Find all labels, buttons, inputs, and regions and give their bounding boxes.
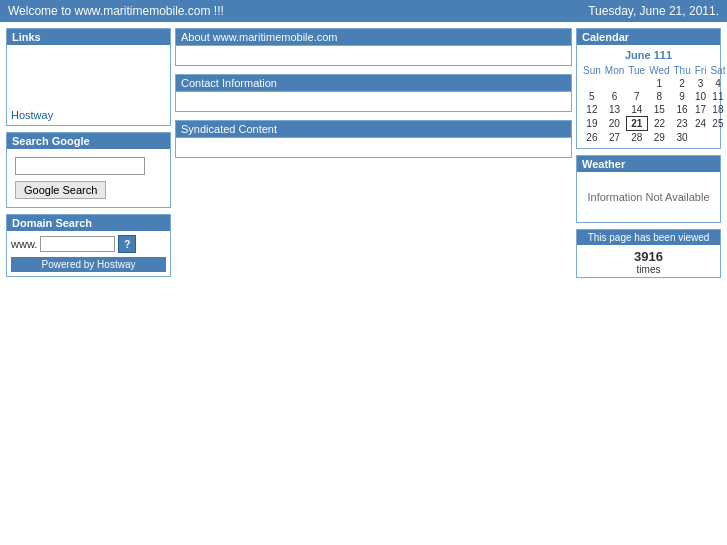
weather-header: Weather (577, 156, 720, 172)
calendar-day-cell: 29 (647, 131, 671, 145)
weather-content: Information Not Available (587, 191, 709, 203)
contact-content (175, 92, 572, 112)
right-column: Calendar June 111 SunMonTueWedThuFriSat … (576, 28, 721, 278)
calendar-day-cell (581, 77, 603, 90)
calendar-day-cell: 11 (708, 90, 727, 103)
syndicated-header: Syndicated Content (175, 120, 572, 138)
domain-panel-body: www. ? Powered by Hostway (7, 231, 170, 276)
calendar-day-cell: 23 (672, 117, 693, 131)
main-layout: Links Hostway Search Google Google Searc… (0, 22, 727, 284)
search-google-panel: Search Google Google Search (6, 132, 171, 208)
calendar-day-cell: 25 (708, 117, 727, 131)
calendar-header-row: SunMonTueWedThuFriSat (581, 64, 727, 77)
calendar-day-cell (708, 131, 727, 145)
pageviews-count: 3916 (579, 249, 718, 264)
www-label: www. (11, 238, 37, 250)
domain-search-panel: Domain Search www. ? Powered by Hostway (6, 214, 171, 277)
calendar-day-header: Sat (708, 64, 727, 77)
welcome-text: Welcome to www.maritimemobile.com !!! (8, 4, 224, 18)
calendar-day-cell: 24 (693, 117, 709, 131)
domain-panel-header: Domain Search (7, 215, 170, 231)
calendar-body: June 111 SunMonTueWedThuFriSat 123456789… (577, 45, 720, 148)
calendar-day-cell: 13 (603, 103, 626, 117)
calendar-day-cell: 17 (693, 103, 709, 117)
about-content (175, 46, 572, 66)
pageviews-panel: This page has been viewed 3916 times (576, 229, 721, 278)
contact-header: Contact Information (175, 74, 572, 92)
calendar-day-cell: 26 (581, 131, 603, 145)
links-panel: Links Hostway (6, 28, 171, 126)
pageviews-body: 3916 times (577, 245, 720, 277)
domain-input-row: www. ? (11, 235, 166, 253)
calendar-day-cell: 18 (708, 103, 727, 117)
calendar-day-cell: 6 (603, 90, 626, 103)
weather-body: Information Not Available (577, 172, 720, 222)
calendar-week-row: 567891011 (581, 90, 727, 103)
contact-section: Contact Information (175, 74, 572, 112)
calendar-day-header: Sun (581, 64, 603, 77)
calendar-body-rows: 1234567891011121314151617181920212223242… (581, 77, 727, 144)
calendar-day-cell: 10 (693, 90, 709, 103)
calendar-day-header: Fri (693, 64, 709, 77)
page-header: Welcome to www.maritimemobile.com !!! Tu… (0, 0, 727, 22)
calendar-day-cell (693, 131, 709, 145)
calendar-week-row: 19202122232425 (581, 117, 727, 131)
calendar-day-cell: 1 (647, 77, 671, 90)
calendar-day-cell: 22 (647, 117, 671, 131)
calendar-header: Calendar (577, 29, 720, 45)
calendar-day-header: Thu (672, 64, 693, 77)
calendar-week-row: 2627282930 (581, 131, 727, 145)
search-input[interactable] (15, 157, 145, 175)
calendar-day-cell: 7 (626, 90, 647, 103)
calendar-day-cell: 14 (626, 103, 647, 117)
pageviews-header: This page has been viewed (577, 230, 720, 245)
calendar-day-cell: 20 (603, 117, 626, 131)
calendar-day-cell: 27 (603, 131, 626, 145)
calendar-day-header: Mon (603, 64, 626, 77)
about-section: About www.maritimemobile.com (175, 28, 572, 66)
calendar-day-cell: 19 (581, 117, 603, 131)
pageviews-times: times (579, 264, 718, 275)
calendar-day-header: Tue (626, 64, 647, 77)
hostway-link[interactable]: Hostway (11, 109, 166, 121)
calendar-day-header: Wed (647, 64, 671, 77)
powered-by-bar: Powered by Hostway (11, 257, 166, 272)
calendar-day-cell (626, 77, 647, 90)
syndicated-content (175, 138, 572, 158)
calendar-panel: Calendar June 111 SunMonTueWedThuFriSat … (576, 28, 721, 149)
calendar-day-cell: 9 (672, 90, 693, 103)
left-column: Links Hostway Search Google Google Searc… (6, 28, 171, 277)
google-search-button[interactable]: Google Search (15, 181, 106, 199)
calendar-day-cell: 5 (581, 90, 603, 103)
calendar-week-row: 12131415161718 (581, 103, 727, 117)
search-panel-body: Google Search (7, 149, 170, 207)
calendar-month-year: June 111 (581, 49, 716, 61)
calendar-day-cell: 21 (626, 117, 647, 131)
search-panel-header: Search Google (7, 133, 170, 149)
date-text: Tuesday, June 21, 2011. (588, 4, 719, 18)
powered-by-link[interactable]: Powered by Hostway (42, 259, 136, 270)
calendar-day-cell: 8 (647, 90, 671, 103)
calendar-day-cell: 15 (647, 103, 671, 117)
links-panel-header: Links (7, 29, 170, 45)
calendar-week-row: 1234 (581, 77, 727, 90)
calendar-day-cell: 16 (672, 103, 693, 117)
calendar-day-cell (603, 77, 626, 90)
calendar-table: SunMonTueWedThuFriSat 123456789101112131… (581, 64, 727, 144)
links-panel-body: Hostway (7, 45, 170, 125)
calendar-day-cell: 2 (672, 77, 693, 90)
calendar-day-cell: 3 (693, 77, 709, 90)
calendar-day-cell: 30 (672, 131, 693, 145)
weather-panel: Weather Information Not Available (576, 155, 721, 223)
domain-go-button[interactable]: ? (118, 235, 136, 253)
calendar-day-cell: 12 (581, 103, 603, 117)
syndicated-section: Syndicated Content (175, 120, 572, 158)
about-header: About www.maritimemobile.com (175, 28, 572, 46)
domain-input[interactable] (40, 236, 115, 252)
middle-column: About www.maritimemobile.com Contact Inf… (175, 28, 572, 162)
calendar-day-cell: 28 (626, 131, 647, 145)
calendar-day-cell: 4 (708, 77, 727, 90)
